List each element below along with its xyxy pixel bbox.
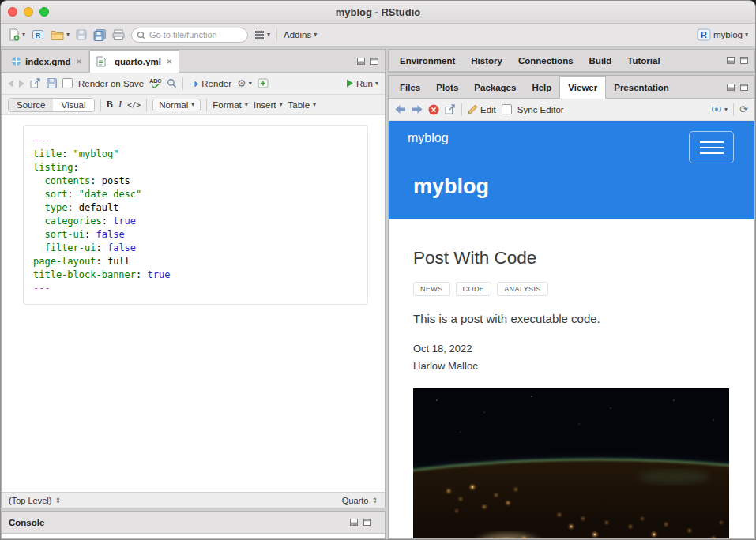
maximize-pane-icon[interactable]	[740, 57, 748, 64]
filetype-selector[interactable]: Quarto ⇕	[342, 496, 378, 505]
tab-files[interactable]: Files	[392, 77, 428, 98]
addins-button[interactable]: Addins ▾	[284, 30, 317, 39]
format-menu[interactable]: Format ▾	[213, 100, 247, 110]
tab-environment[interactable]: Environment	[392, 50, 463, 71]
stop-icon[interactable]	[428, 104, 439, 115]
yaml-line: sort: "date desc"	[33, 188, 358, 201]
minimize-pane-icon[interactable]	[727, 57, 735, 64]
tab-packages[interactable]: Packages	[466, 77, 524, 98]
tab-presentation[interactable]: Presentation	[606, 77, 677, 98]
tab-connections[interactable]: Connections	[510, 50, 581, 71]
blog-banner-title: myblog	[413, 174, 489, 198]
close-tab-icon[interactable]: ✕	[77, 58, 82, 66]
close-tab-icon[interactable]: ✕	[167, 58, 172, 66]
tab-index-qmd[interactable]: index.qmd ✕	[5, 51, 89, 72]
table-menu[interactable]: Table ▾	[288, 100, 317, 110]
italic-button[interactable]: I	[118, 99, 122, 111]
publish-button[interactable]: ▾	[711, 104, 728, 114]
category-badge[interactable]: NEWS	[413, 282, 450, 296]
save-all-button[interactable]	[93, 29, 106, 41]
run-button[interactable]: Run ▾	[346, 79, 378, 88]
zoom-window-button[interactable]	[39, 7, 49, 17]
tab-tutorial[interactable]: Tutorial	[619, 50, 668, 71]
insert-chunk-icon[interactable]	[258, 78, 269, 88]
minimize-window-button[interactable]	[24, 7, 33, 17]
tab-history[interactable]: History	[463, 50, 510, 71]
category-badge[interactable]: ANALYSIS	[497, 282, 548, 296]
edit-button[interactable]: Edit	[468, 104, 496, 114]
goto-file-input[interactable]	[131, 28, 248, 43]
pane-buttons	[720, 77, 754, 98]
new-project-button[interactable]: R	[32, 28, 44, 41]
save-button[interactable]	[76, 29, 87, 40]
pane-layout-button[interactable]: ▾	[254, 30, 270, 40]
blog-brand-link[interactable]: myblog	[408, 131, 449, 145]
minimize-pane-icon[interactable]	[357, 58, 365, 65]
tab-plots[interactable]: Plots	[428, 77, 466, 98]
post-meta: Oct 18, 2022 Harlow Malloc	[413, 340, 754, 375]
project-name-label: myblog	[713, 30, 743, 39]
maximize-pane-icon[interactable]	[740, 84, 748, 91]
caret-down-icon: ▾	[245, 102, 248, 108]
caret-down-icon: ▾	[22, 32, 25, 38]
yaml-block[interactable]: ---title: "myblog"listing: contents: pos…	[23, 125, 368, 305]
render-on-save-checkbox[interactable]	[62, 78, 73, 88]
save-icon[interactable]	[47, 78, 57, 88]
code-button[interactable]: </>	[127, 100, 141, 109]
source-mode-button[interactable]: Source	[9, 99, 53, 111]
new-file-icon	[8, 28, 20, 41]
back-icon[interactable]	[8, 80, 13, 88]
viewer-toolbar: Edit Sync Editor ▾ ⟳	[389, 99, 754, 121]
close-window-button[interactable]	[8, 7, 17, 17]
tab-viewer[interactable]: Viewer	[559, 76, 606, 99]
pane-buttons	[351, 51, 385, 72]
scope-selector[interactable]: (Top Level) ⇕	[9, 496, 61, 505]
maximize-pane-icon[interactable]	[370, 58, 378, 65]
goto-file-search	[131, 28, 248, 43]
spellcheck-icon[interactable]: ABC	[149, 78, 161, 88]
tab-build[interactable]: Build	[581, 50, 620, 71]
search-icon[interactable]	[167, 78, 177, 88]
toolbar-separator	[100, 99, 101, 111]
caret-down-icon: ▾	[313, 102, 316, 108]
toolbar-separator	[206, 99, 207, 111]
render-button[interactable]: Render	[189, 79, 231, 88]
paragraph-style-dropdown[interactable]: Normal ▾	[152, 99, 201, 111]
popout-icon[interactable]	[30, 78, 41, 88]
new-file-button[interactable]: ▾	[8, 28, 25, 41]
minimize-pane-icon[interactable]	[350, 519, 358, 526]
visual-mode-button[interactable]: Visual	[53, 99, 93, 111]
sync-editor-checkbox[interactable]	[502, 104, 512, 114]
print-icon	[112, 29, 125, 40]
bold-button[interactable]: B	[107, 99, 113, 111]
pencil-icon	[468, 104, 478, 114]
forward-icon[interactable]	[19, 80, 24, 88]
popout-icon[interactable]	[445, 104, 456, 114]
tab-help[interactable]: Help	[524, 77, 559, 98]
category-badge[interactable]: CODE	[456, 282, 492, 296]
pane-buttons	[344, 512, 378, 533]
print-button[interactable]	[112, 29, 125, 40]
caret-down-icon: ▾	[191, 102, 194, 108]
minimize-pane-icon[interactable]	[727, 84, 735, 91]
forward-icon[interactable]	[412, 105, 423, 114]
tab-quarto-yml[interactable]: _quarto.yml ✕	[89, 50, 179, 73]
refresh-icon[interactable]: ⟳	[739, 104, 748, 114]
open-file-button[interactable]: ▾	[51, 29, 70, 40]
updown-icon: ⇕	[55, 497, 61, 504]
environment-pane: Environment History Connections Build Tu…	[388, 49, 755, 73]
editor-toolbar: Render on Save ABC Render ⚙ ▾	[2, 73, 385, 95]
filetype-label: Quarto	[342, 496, 369, 505]
source-visual-toggle: Source Visual	[8, 98, 95, 112]
post-title: Post With Code	[413, 248, 754, 268]
hamburger-menu-button[interactable]	[689, 131, 734, 163]
render-options-button[interactable]: ⚙ ▾	[237, 78, 252, 88]
toolbar-separator	[276, 28, 277, 41]
console-body[interactable]	[2, 534, 385, 538]
project-menu-button[interactable]: R myblog ▾	[697, 28, 748, 41]
back-icon[interactable]	[395, 105, 406, 114]
console-header[interactable]: Console	[2, 512, 385, 534]
blog-post: Post With Code NEWS CODE ANALYSIS This i…	[389, 219, 754, 538]
insert-menu[interactable]: Insert ▾	[254, 100, 283, 110]
maximize-pane-icon[interactable]	[363, 519, 371, 526]
